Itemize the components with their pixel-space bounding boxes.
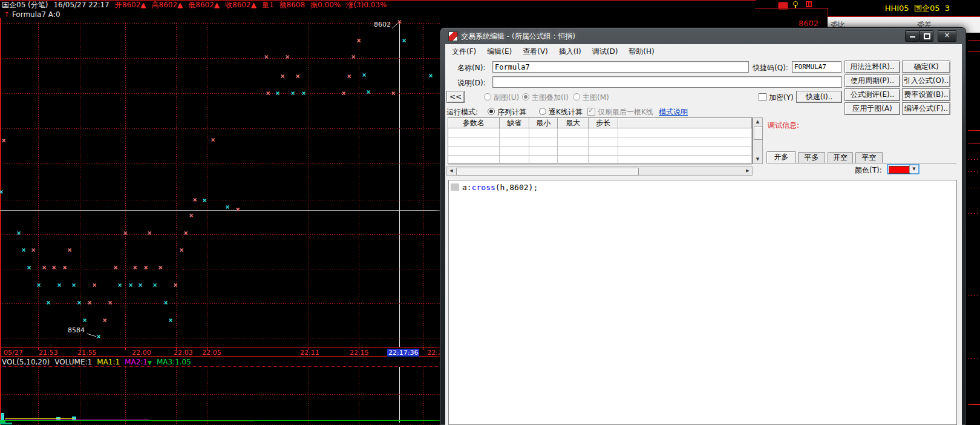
- minimize-button[interactable]: [905, 30, 920, 42]
- table-header-cell[interactable]: 最小: [529, 118, 558, 128]
- dialog-button[interactable]: 应用于图(A): [844, 102, 900, 115]
- table-cell[interactable]: [500, 156, 530, 165]
- parameter-table-vscrollbar[interactable]: ▲ ▼: [753, 117, 763, 164]
- encrypt-checkbox-box[interactable]: [759, 93, 766, 101]
- dialog-button[interactable]: 用法注释(R)..: [844, 61, 900, 73]
- table-cell[interactable]: [589, 147, 618, 156]
- volume-pane[interactable]: [0, 366, 440, 425]
- radio-circle[interactable]: [484, 93, 491, 100]
- refresh-last-bar-checkbox-box[interactable]: [587, 108, 595, 116]
- table-cell[interactable]: [589, 156, 618, 165]
- radio-option[interactable]: 主图(M): [573, 93, 609, 103]
- table-cell[interactable]: [448, 137, 500, 147]
- table-cell[interactable]: [558, 128, 589, 137]
- scroll-left-icon[interactable]: ◀: [447, 167, 456, 175]
- table-header-cell[interactable]: 最大: [558, 118, 589, 128]
- table-cell[interactable]: [529, 128, 558, 137]
- table-row[interactable]: [448, 128, 752, 137]
- table-cell[interactable]: [529, 147, 558, 156]
- mode-help-link[interactable]: 模式说明: [659, 107, 688, 117]
- scroll-right-icon[interactable]: ▶: [743, 167, 752, 175]
- radio-option[interactable]: 副图(U): [484, 93, 519, 103]
- table-header-cell[interactable]: 参数名: [448, 118, 500, 128]
- table-cell[interactable]: [618, 156, 752, 165]
- dialog-title: 交易系统编辑 - (所属公式组 : 恒指): [461, 31, 575, 42]
- table-cell[interactable]: [448, 128, 500, 137]
- table-cell[interactable]: [589, 137, 618, 147]
- quick-button[interactable]: 快速(I)..: [796, 91, 842, 103]
- scatter-mark: ×: [113, 265, 119, 271]
- table-cell[interactable]: [500, 137, 530, 147]
- table-cell[interactable]: [589, 128, 618, 137]
- table-cell[interactable]: [529, 137, 558, 147]
- menu-item[interactable]: 文件(F): [446, 45, 482, 57]
- table-cell[interactable]: [529, 156, 558, 165]
- table-cell[interactable]: [500, 128, 530, 137]
- description-input[interactable]: [492, 76, 842, 88]
- dropdown-arrow-button[interactable]: ▼: [909, 165, 918, 173]
- radio-circle[interactable]: [539, 108, 546, 115]
- window-layout-icon[interactable]: [806, 1, 812, 7]
- close-button[interactable]: ×: [938, 30, 956, 42]
- menu-item[interactable]: 调试(D): [587, 45, 624, 57]
- parameter-table-hscrollbar[interactable]: ◀ ▶: [446, 166, 753, 176]
- tab-开空[interactable]: 开空: [828, 152, 853, 163]
- time-label: 05/27: [4, 349, 23, 357]
- hscroll-thumb[interactable]: [456, 168, 639, 176]
- table-cell[interactable]: [500, 147, 530, 156]
- dialog-button[interactable]: 使用周期(P)..: [844, 74, 900, 87]
- dialog-button[interactable]: 引入公式(O)..: [902, 74, 950, 87]
- shortcut-input[interactable]: [792, 61, 841, 73]
- dialog-button[interactable]: 确定(K): [902, 61, 950, 73]
- dialog-button[interactable]: 费率设置(B)..: [902, 88, 950, 101]
- dialog-button[interactable]: 公式测评(E)..: [844, 88, 900, 101]
- dialog-titlebar[interactable]: 交易系统编辑 - (所属公式组 : 恒指) ×: [440, 28, 965, 44]
- table-cell[interactable]: [618, 147, 752, 156]
- table-cell[interactable]: [558, 156, 589, 165]
- radio-circle[interactable]: [522, 93, 529, 100]
- table-cell[interactable]: [618, 128, 752, 137]
- scroll-up-icon[interactable]: ▲: [753, 118, 762, 126]
- menu-item[interactable]: 查看(V): [517, 45, 554, 57]
- color-dropdown[interactable]: ▼: [887, 164, 920, 174]
- trade-system-editor-dialog[interactable]: 交易系统编辑 - (所属公式组 : 恒指) × 文件(F)编辑(E)查看(V)插…: [440, 27, 966, 425]
- tab-平空[interactable]: 平空: [855, 152, 883, 163]
- table-row[interactable]: [448, 137, 752, 147]
- table-row[interactable]: [448, 147, 752, 156]
- quote-symbol-title[interactable]: HHI05 国企05 3: [841, 3, 950, 14]
- scatter-mark: ×: [152, 282, 158, 288]
- formula-code-editor[interactable]: a:cross(h,8602);: [448, 180, 957, 425]
- refresh-last-bar-checkbox[interactable]: 仅刷最后一根K线: [587, 107, 653, 117]
- tab-平多[interactable]: 平多: [798, 152, 825, 163]
- radio-option[interactable]: 序列计算: [488, 107, 526, 117]
- menu-item[interactable]: 帮助(H): [623, 45, 659, 57]
- encrypt-checkbox[interactable]: 加密(Y): [759, 93, 794, 103]
- tab-开多[interactable]: 开多: [766, 151, 796, 163]
- collapse-button[interactable]: <<: [446, 91, 465, 103]
- pin-icon[interactable]: [793, 1, 798, 8]
- formula-indicator-line: ↑ Formula7 A:0: [4, 10, 60, 19]
- maximize-button[interactable]: [919, 30, 933, 42]
- table-cell[interactable]: [448, 156, 500, 165]
- table-header-cell[interactable]: [618, 118, 752, 128]
- table-header-cell[interactable]: 缺省: [500, 118, 530, 128]
- table-row[interactable]: [448, 156, 752, 165]
- dialog-button[interactable]: 编译公式(F)..: [902, 102, 950, 115]
- name-input[interactable]: [492, 61, 749, 73]
- parameter-table[interactable]: 参数名缺省最小最大步长: [448, 117, 753, 164]
- scatter-mark: ×: [76, 300, 82, 306]
- radio-option[interactable]: 主图叠加(I): [522, 93, 569, 103]
- table-cell[interactable]: [618, 137, 752, 147]
- radio-circle[interactable]: [573, 93, 580, 100]
- table-cell[interactable]: [558, 137, 589, 147]
- price-chart[interactable]: 8602 8584 ××××××××××××××××××××××××××××××…: [0, 19, 440, 347]
- radio-circle[interactable]: [488, 108, 495, 115]
- menu-item[interactable]: 编辑(E): [482, 45, 517, 57]
- radio-option[interactable]: 逐K线计算: [539, 107, 583, 117]
- scroll-down-icon[interactable]: ▼: [753, 156, 762, 163]
- table-header-cell[interactable]: 步长: [589, 118, 618, 128]
- vscroll-thumb[interactable]: [754, 127, 763, 140]
- table-cell[interactable]: [448, 147, 500, 156]
- menu-item[interactable]: 插入(I): [554, 45, 587, 57]
- table-cell[interactable]: [558, 147, 589, 156]
